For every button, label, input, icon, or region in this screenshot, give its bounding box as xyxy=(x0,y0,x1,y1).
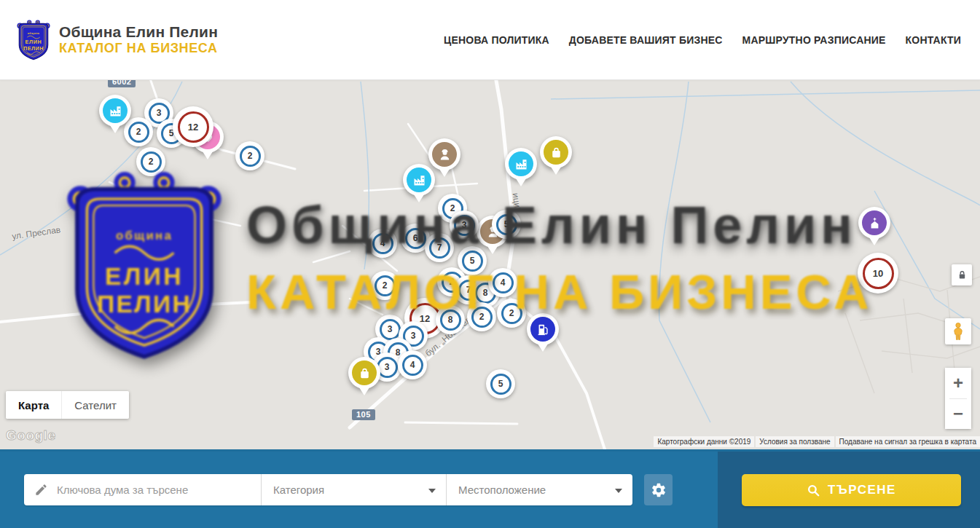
site-header: Община Елин Пелин КАТАЛОГ НА БИЗНЕСА ЦЕН… xyxy=(0,0,980,80)
brand-title: Община Елин Пелин xyxy=(59,23,218,41)
pin-circle xyxy=(544,140,568,165)
attribution-terms-link[interactable]: Условия за ползване xyxy=(756,436,834,447)
attribution-report-error-link[interactable]: Подаване на сигнал за грешка в картата xyxy=(836,436,980,447)
cluster-ring: 3 xyxy=(454,215,475,236)
map-pin-marker[interactable] xyxy=(99,95,131,127)
map-cluster-marker[interactable]: 7 xyxy=(425,233,454,262)
cluster-count: 5 xyxy=(504,219,509,229)
street-view-pegman-button[interactable] xyxy=(945,318,971,344)
factory-icon xyxy=(514,157,529,172)
map-type-map-button[interactable]: Карта xyxy=(6,391,61,419)
bag-icon xyxy=(357,366,372,381)
map-cluster-marker[interactable]: 2 xyxy=(235,141,264,170)
pin-circle xyxy=(352,360,377,385)
factory-icon xyxy=(412,173,427,188)
map-cluster-marker[interactable]: 4 xyxy=(398,350,427,379)
cluster-count: 8 xyxy=(483,288,488,298)
cluster-ring: 2 xyxy=(240,146,261,167)
map-cluster-marker[interactable]: 4 xyxy=(368,229,397,258)
pin-circle xyxy=(509,151,533,176)
keyword-input[interactable] xyxy=(57,484,254,496)
cluster-count: 2 xyxy=(248,151,253,161)
nav-item-add-business[interactable]: ДОБАВЕТЕ ВАШИЯТ БИЗНЕС xyxy=(569,34,723,46)
zoom-out-button[interactable]: − xyxy=(945,399,971,430)
cluster-ring: 4 xyxy=(372,233,393,254)
nav-item-contacts[interactable]: КОНТАКТИ xyxy=(906,34,961,46)
map-type-control: Карта Сателит xyxy=(6,391,129,419)
cluster-count: 4 xyxy=(380,238,385,248)
cluster-ring: 5 xyxy=(490,374,511,395)
cluster-ring: 12 xyxy=(178,111,209,143)
cluster-ring: 2 xyxy=(141,151,162,173)
cluster-count: 2 xyxy=(450,203,455,213)
map-cluster-marker[interactable]: 2 xyxy=(467,302,496,331)
google-logo[interactable]: Google xyxy=(6,427,55,444)
cluster-ring: 5 xyxy=(462,251,483,272)
map-pin-marker[interactable] xyxy=(505,148,537,180)
cluster-count: 2 xyxy=(149,157,154,167)
brand-home-link[interactable]: Община Елин Пелин КАТАЛОГ НА БИЗНЕСА xyxy=(16,17,218,63)
cluster-ring: 8 xyxy=(440,310,461,331)
map-canvas[interactable]: 6002105ул. Преславбул. „Новоселици“ 3251… xyxy=(0,80,980,449)
advanced-filters-button[interactable] xyxy=(644,474,673,505)
location-select[interactable]: Местоположение xyxy=(446,474,632,505)
search-submit-button[interactable]: ТЪРСЕНЕ xyxy=(742,474,961,506)
cluster-ring: 10 xyxy=(863,258,894,289)
cluster-count: 3 xyxy=(388,324,393,334)
main-nav: ЦЕНОВА ПОЛИТИКА ДОБАВЕТЕ ВАШИЯТ БИЗНЕС М… xyxy=(444,34,961,46)
cluster-count: 3 xyxy=(385,362,390,372)
cluster-count: 2 xyxy=(509,308,514,318)
map-pin-marker[interactable] xyxy=(540,136,572,168)
cluster-count: 2 xyxy=(383,280,388,291)
pencil-icon xyxy=(34,483,48,497)
search-icon xyxy=(807,484,820,497)
map-cluster-marker[interactable]: 8 xyxy=(436,305,465,334)
map-cluster-marker[interactable]: 2 xyxy=(497,299,526,328)
location-select-label: Местоположение xyxy=(458,484,546,496)
map-lock-button[interactable] xyxy=(952,264,972,285)
zoom-in-button[interactable]: + xyxy=(945,368,971,398)
caret-down-icon xyxy=(615,489,622,493)
pin-circle xyxy=(432,142,457,167)
category-select[interactable]: Категория xyxy=(261,474,446,505)
map-cluster-marker[interactable]: 12 xyxy=(173,106,213,147)
map-pin-marker[interactable] xyxy=(348,357,380,389)
map-cluster-marker[interactable]: 3 xyxy=(450,210,479,240)
cluster-ring: 6 xyxy=(405,228,426,249)
map-cluster-marker[interactable]: 2 xyxy=(370,271,399,300)
map-pin-marker[interactable] xyxy=(428,138,460,170)
cluster-ring: 2 xyxy=(375,275,396,296)
cluster-count: 3 xyxy=(411,331,416,341)
search-bar: Категория Местоположение ТЪРСЕНЕ xyxy=(0,449,980,528)
nav-item-pricing[interactable]: ЦЕНОВА ПОЛИТИКА xyxy=(444,34,549,46)
map-cluster-marker[interactable]: 10 xyxy=(858,253,898,293)
cluster-ring: 2 xyxy=(128,122,149,143)
map-pin-marker[interactable] xyxy=(858,207,890,239)
map-type-satellite-button[interactable]: Сателит xyxy=(61,391,129,419)
cluster-count: 10 xyxy=(873,268,883,279)
cluster-ring: 2 xyxy=(501,303,522,324)
worker-icon xyxy=(437,147,452,162)
cluster-ring: 3 xyxy=(380,319,401,340)
brand-subtitle: КАТАЛОГ НА БИЗНЕСА xyxy=(59,41,218,56)
map-pin-marker[interactable] xyxy=(403,164,435,196)
map-cluster-marker[interactable]: 4 xyxy=(488,268,517,297)
municipality-logo-icon xyxy=(16,17,51,63)
map-cluster-marker[interactable]: 5 xyxy=(486,369,515,398)
cluster-count: 5 xyxy=(470,256,475,266)
cluster-count: 5 xyxy=(498,379,503,389)
map-pin-marker[interactable] xyxy=(527,313,559,345)
cluster-count: 2 xyxy=(450,277,455,287)
map-markers-layer: 325122223564752278412822333834510 xyxy=(0,80,980,449)
map-cluster-marker[interactable]: 2 xyxy=(124,117,153,146)
map-cluster-marker[interactable]: 2 xyxy=(136,147,165,176)
map-cluster-marker[interactable]: 5 xyxy=(492,210,521,239)
cluster-count: 8 xyxy=(448,315,453,325)
nav-item-schedule[interactable]: МАРШРУТНО РАЗПИСАНИЕ xyxy=(742,34,886,46)
keyword-field[interactable] xyxy=(24,474,261,505)
caret-down-icon xyxy=(428,489,436,493)
church-icon xyxy=(867,216,882,231)
cluster-count: 7 xyxy=(437,243,442,253)
category-select-label: Категория xyxy=(273,484,324,496)
cluster-count: 2 xyxy=(479,312,485,322)
